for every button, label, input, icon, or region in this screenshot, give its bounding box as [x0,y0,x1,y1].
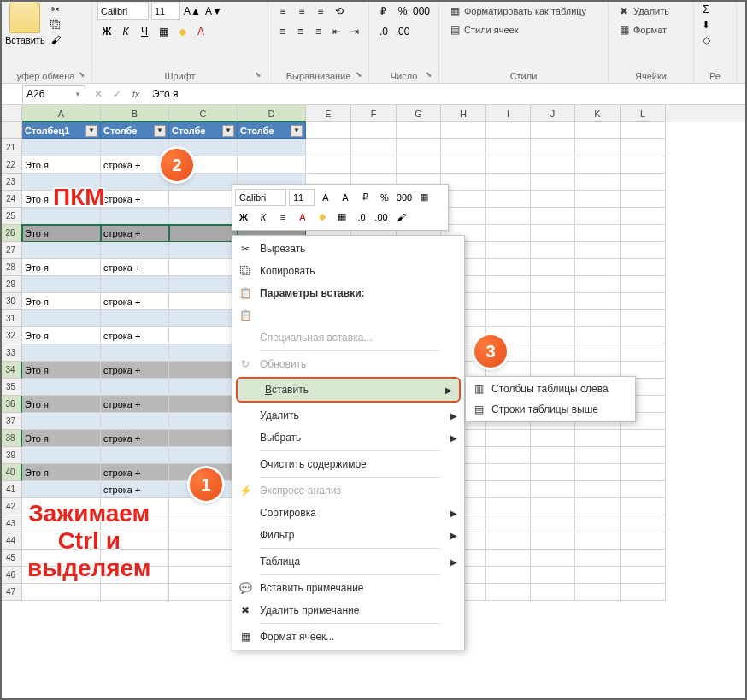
col-header-E[interactable]: E [306,105,351,122]
cell[interactable] [575,327,621,344]
cell[interactable] [575,122,621,139]
cell[interactable] [531,464,575,481]
row-header[interactable]: 22 [0,156,22,174]
cut-icon[interactable]: ✂ [49,3,62,16]
row-header[interactable]: 36 [0,396,22,413]
cell[interactable] [575,139,621,156]
cell[interactable] [621,225,666,242]
cell[interactable] [169,515,238,532]
mini-fontcolor-icon[interactable]: A [294,209,311,226]
ctx-insert-comment[interactable]: 💬Вставить примечание [232,577,464,599]
comma-icon[interactable]: 000 [412,3,431,20]
cell[interactable] [169,208,238,225]
cell[interactable] [486,550,531,567]
table-header[interactable]: Столбе▼ [238,122,306,139]
cell[interactable] [486,447,531,464]
cell[interactable] [486,139,531,156]
cell[interactable] [169,327,238,344]
cell[interactable] [169,242,238,259]
cell[interactable] [621,259,666,276]
cell[interactable] [531,430,575,447]
cell[interactable] [22,310,101,327]
mini-bold-icon[interactable]: Ж [235,209,252,226]
fx-icon[interactable]: fx [126,85,145,103]
ctx-filter[interactable]: Фильтр▶ [232,524,464,546]
cell[interactable] [169,225,238,242]
border-button[interactable]: ▦ [154,23,173,40]
cell[interactable] [531,532,575,550]
cell[interactable] [397,156,441,174]
row-header[interactable]: 38 [0,430,22,447]
cell[interactable] [575,498,621,515]
cell[interactable] [531,515,575,532]
col-header-C[interactable]: C [169,105,238,122]
mini-fill-icon[interactable]: ◆ [314,209,331,226]
cell[interactable] [621,327,666,344]
filter-dropdown-icon[interactable]: ▼ [291,125,303,137]
cell[interactable] [101,242,169,259]
format-button[interactable]: ▦Формат [614,21,688,38]
clear-icon[interactable]: ◇ [699,33,713,47]
cell[interactable] [531,122,575,139]
ctx-select[interactable]: Выбрать▶ [232,426,464,449]
cell[interactable]: Это я [22,293,101,310]
cell[interactable]: Это я [22,430,101,447]
cell[interactable] [575,156,621,174]
formula-input[interactable]: Это я [145,88,747,100]
ctx-copy[interactable]: ⿻Копировать [232,260,464,282]
cell[interactable] [441,139,486,156]
cell[interactable] [486,481,531,498]
mini-comma-icon[interactable]: 000 [396,189,413,206]
accept-formula-icon[interactable]: ✓ [108,85,126,103]
cell[interactable] [621,276,666,293]
cell[interactable] [575,481,621,498]
cell[interactable] [169,550,238,567]
cell[interactable] [621,191,666,208]
cell[interactable] [575,259,621,276]
cell[interactable] [575,191,621,208]
mini-size-input[interactable] [289,189,315,206]
cell[interactable] [621,515,666,532]
cell[interactable] [22,242,101,259]
ctx-table[interactable]: Таблица▶ [232,550,464,573]
inc-decimal-icon[interactable]: .0 [374,23,393,40]
cell[interactable]: строка + [101,362,169,379]
cell[interactable] [101,310,169,327]
cell[interactable] [531,156,575,174]
cell[interactable] [101,208,169,225]
format-painter-icon[interactable]: 🖌 [49,33,62,47]
cell[interactable] [169,191,238,208]
cell[interactable] [306,156,351,174]
cell[interactable]: строка + [101,396,169,413]
cell[interactable] [531,327,575,344]
cell[interactable]: Это я [22,225,101,242]
align-launcher-icon[interactable]: ⬊ [356,70,366,80]
cell[interactable] [486,276,531,293]
cell[interactable] [531,191,575,208]
cell[interactable] [531,481,575,498]
row-header[interactable]: 46 [0,567,22,584]
cell[interactable]: строка + [101,430,169,447]
font-color-button[interactable]: A [191,23,210,40]
row-header[interactable]: 25 [0,208,22,225]
font-name-input[interactable] [97,3,149,20]
row-header[interactable]: 34 [0,362,22,379]
cell[interactable] [486,191,531,208]
cell[interactable] [169,498,238,515]
cell[interactable] [621,498,666,515]
cell[interactable] [621,344,666,362]
cell[interactable] [621,122,666,139]
ctx-cut[interactable]: ✂Вырезать [232,238,464,260]
cell[interactable]: Это я [22,362,101,379]
row-header[interactable]: 41 [0,481,22,498]
cell[interactable] [575,174,621,191]
cell[interactable] [486,584,531,601]
cell[interactable] [575,242,621,259]
cell[interactable]: строка + [101,259,169,276]
table-header[interactable]: Столбе▼ [169,122,238,139]
col-header-I[interactable]: I [486,105,531,122]
fill-color-button[interactable]: ◆ [173,23,191,40]
cell[interactable] [22,379,101,396]
cell[interactable]: строка + [101,481,169,498]
cell[interactable] [575,447,621,464]
